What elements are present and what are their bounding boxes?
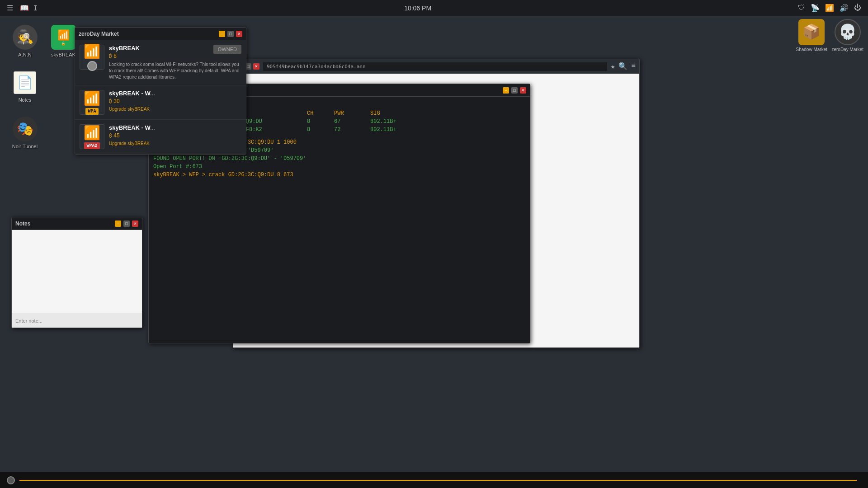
- browser-action-icons: ★ 🔍 ≡: [611, 62, 636, 71]
- wpa2-upgrade-link[interactable]: Upgrade skyBREAK: [109, 141, 241, 146]
- notes-close-button[interactable]: ✕: [132, 221, 138, 227]
- market-item-skybreak-price: ₿ 8: [109, 53, 140, 59]
- wifi-icon: 📶: [825, 4, 834, 13]
- menu-icon[interactable]: ≡: [631, 62, 636, 71]
- term-found-port: FOUND OPEN PORT! ON 'GD:2G:3C:Q9:DU' - '…: [153, 155, 525, 163]
- skybreak-close-button[interactable]: ✕: [520, 87, 526, 94]
- noir-tunnel-icon: 🎭: [13, 117, 38, 141]
- signal-icon: 📡: [811, 4, 820, 13]
- sidebar-item-notes[interactable]: 📄 Notes: [7, 70, 43, 103]
- market-item-wpa-icon: 📶 WPA: [80, 90, 104, 115]
- status-dot: [7, 476, 15, 484]
- notes-icon: 📄: [13, 70, 38, 95]
- market-item-wpa-name: skyBREAK - W...: [109, 90, 155, 97]
- market-item-wpa2-name: skyBREAK - W...: [109, 124, 155, 131]
- term-prompt-2: skyBREAK > WEP > crack GD:2G:3C:Q9:DU 8 …: [153, 171, 525, 179]
- wpa2-badge: WPA2: [84, 142, 99, 149]
- market-item-wpa2-price: ₿ 45: [109, 132, 155, 139]
- market-item-skybreak-desc: Looking to crack some local Wi-Fi networ…: [109, 61, 241, 80]
- taskbar-right: 🛡 📡 📶 🔊 ⏻: [798, 4, 861, 13]
- status-bar: [0, 472, 868, 488]
- notes-label: Notes: [19, 97, 32, 103]
- power-icon[interactable]: ⏻: [854, 4, 861, 12]
- wpa-badge: WPA: [85, 108, 98, 115]
- notes-controls: – □ ✕: [115, 221, 138, 227]
- bookmark-icon[interactable]: ★: [611, 62, 615, 71]
- taskbar: ☰ 📖 I 10:06 PM 🛡 📡 📶 🔊 ⏻: [0, 0, 868, 16]
- zeroday-market-titlebar[interactable]: zeroDay Market – □ ✕: [75, 28, 246, 40]
- zeroday-close-button[interactable]: ✕: [236, 31, 242, 37]
- noir-tunnel-label: Noir Tunnel: [12, 144, 38, 149]
- wifi-wpa2-icon: 📶: [84, 125, 100, 141]
- shadow-market-icon[interactable]: 📦 Shadow Market: [796, 19, 827, 52]
- browser-close-button[interactable]: ✕: [253, 63, 259, 70]
- notes-titlebar[interactable]: Notes – □ ✕: [12, 217, 142, 230]
- wifi-wpa-icon: 📶: [84, 90, 100, 107]
- skybreak-label: skyBREAK: [51, 52, 75, 57]
- notes-minimize-button[interactable]: –: [115, 221, 121, 227]
- market-item-wpa2-body: skyBREAK - W... ₿ 45 Upgrade skyBREAK: [109, 124, 241, 146]
- market-item-skybreak-body: skyBREAK ₿ 8 OWNED Looking to crack some…: [109, 45, 241, 80]
- zeroday-market-title: zeroDay Market: [79, 31, 119, 37]
- market-item-wpa: 📶 WPA skyBREAK - W... ₿ 30 Upgrade skyBR…: [75, 85, 246, 120]
- notes-textarea[interactable]: [14, 232, 140, 311]
- ann-label: A.N.N: [18, 52, 31, 57]
- market-item-wpa2-icon: 📶 WPA2: [80, 124, 104, 149]
- market-item-skybreak: 📶 skyBREAK ₿ 8 OWNED Looking to crack so…: [75, 40, 246, 85]
- zeroday-market-label: zeroDay Market: [831, 47, 863, 52]
- skybreak-icon: 📶 🔒: [51, 25, 76, 50]
- market-item-wpa-price: ₿ 30: [109, 98, 155, 104]
- market-list: 📶 skyBREAK ₿ 8 OWNED Looking to crack so…: [75, 40, 246, 154]
- skybreak-terminal-controls: – □ ✕: [503, 87, 526, 94]
- menu-icon[interactable]: ☰: [7, 4, 13, 13]
- zeroday-maximize-button[interactable]: □: [227, 31, 234, 37]
- wpa-upgrade-link[interactable]: Upgrade skyBREAK: [109, 107, 241, 112]
- zeroday-market-window: zeroDay Market – □ ✕ 📶 skyBREAK ₿ 8: [75, 27, 246, 155]
- notes-input-bar: [12, 314, 142, 328]
- status-bar-line: [19, 480, 857, 481]
- market-item-wpa-body: skyBREAK - W... ₿ 30 Upgrade skyBREAK: [109, 90, 241, 112]
- zeroday-minimize-button[interactable]: –: [219, 31, 225, 37]
- notes-maximize-button[interactable]: □: [123, 221, 130, 227]
- market-item-wpa2: 📶 WPA2 skyBREAK - W... ₿ 45 Upgrade skyB…: [75, 120, 246, 154]
- zeroday-market-icon[interactable]: 💀 zeroDay Market: [831, 19, 863, 52]
- shadow-market-label: Shadow Market: [796, 47, 827, 52]
- browser-titlebar[interactable]: – □ ✕ ★ 🔍 ≡: [233, 59, 639, 74]
- skybreak-owned-button[interactable]: OWNED: [213, 45, 241, 54]
- book-icon[interactable]: 📖 I: [20, 4, 38, 13]
- notes-window: Notes – □ ✕: [11, 217, 142, 328]
- taskbar-time: 10:06 PM: [404, 5, 431, 12]
- taskbar-left: ☰ 📖 I: [7, 4, 38, 13]
- skybreak-minimize-button[interactable]: –: [503, 87, 509, 94]
- skybreak-maximize-button[interactable]: □: [511, 87, 518, 94]
- market-item-skybreak-name: skyBREAK: [109, 45, 140, 52]
- sidebar-item-ann[interactable]: 🕵️ A.N.N: [7, 25, 43, 57]
- wifi-signal-icon: 📶: [84, 43, 100, 60]
- browser-address-input[interactable]: [263, 62, 607, 71]
- zeroday-market-controls: – □ ✕: [219, 31, 242, 37]
- ann-icon: 🕵️: [13, 25, 38, 50]
- notes-title: Notes: [15, 221, 30, 227]
- notes-input[interactable]: [15, 318, 138, 324]
- sidebar-item-noir-tunnel[interactable]: 🎭 Noir Tunnel: [7, 117, 43, 149]
- volume-icon: 🔊: [840, 4, 849, 13]
- shield-icon: 🛡: [798, 4, 805, 12]
- term-open-port: Open Port #:673: [153, 163, 525, 171]
- notes-body: [12, 230, 142, 314]
- search-icon[interactable]: 🔍: [618, 62, 627, 71]
- market-item-skybreak-icon: 📶: [80, 45, 104, 70]
